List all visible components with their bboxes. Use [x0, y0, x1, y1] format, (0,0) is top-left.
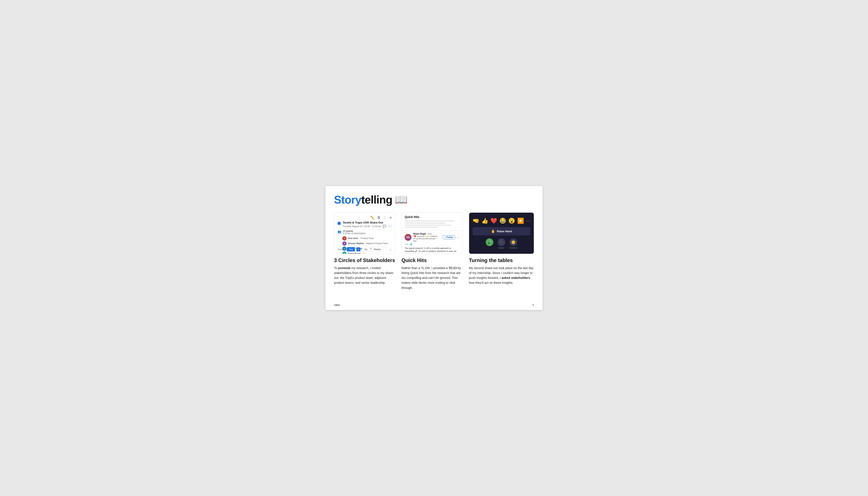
maybe-button[interactable]: Maybe — [372, 247, 383, 252]
zoom-card: 🤜 👍 ❤️ 😂 😮 ▶️ — ✋ Raise Hand — [469, 213, 534, 254]
col1-text: 3 Circles of Stakeholders To promote my … — [334, 257, 396, 285]
zoom-record-icon[interactable]: ⚫ — [498, 238, 505, 246]
gcal-contact-actions: 💬 ✉️ — [383, 224, 392, 228]
chat-icon[interactable]: 💬 — [383, 224, 386, 228]
attendee-name-kiran: Kiran Arshi — [348, 237, 358, 239]
event-title: Tenets & Traps UXR Share-Out — [343, 221, 383, 224]
blur-line-2 — [405, 222, 446, 224]
post-degree: · 2nd — [427, 232, 432, 235]
gcal-footer: Going? Yes ▾ No Maybe ⌄ — [338, 247, 392, 252]
linkedin-card: Quick Hits NS N — [402, 213, 463, 254]
title-telling: telling — [361, 193, 392, 206]
column-3: 🤜 👍 ❤️ 😂 😮 ▶️ — ✋ Raise Hand — [469, 213, 534, 290]
avatar-kiran: K — [342, 236, 347, 241]
title-emoji: 📖 — [395, 194, 408, 206]
zoom-reactions-label: Reactions — [510, 247, 517, 249]
post-content: The typical research TL;DR is a terrible… — [405, 247, 460, 254]
blur-line-3 — [405, 224, 451, 226]
post-time: 2mo · 🌐 — [405, 243, 460, 246]
event-color-indicator — [338, 222, 341, 225]
col3-body: My second share-out took place on the la… — [469, 266, 534, 285]
post-author-name: Noam Segal · 2nd — [413, 232, 440, 235]
yes-dropdown-button[interactable]: ▾ — [357, 247, 360, 251]
attendee-name-rohan: Rohan Barad — [348, 252, 360, 254]
post-meta: Noam Segal · 2nd I❤️ research +👆+ helpin… — [413, 232, 440, 242]
raise-hand-label: Raise Hand — [497, 230, 512, 233]
emoji-wow: 😮 — [508, 218, 515, 224]
close-icon[interactable]: ✕ — [389, 216, 392, 220]
guests-sub: 3 circles of stakeholders — [343, 232, 366, 235]
col2-body: Rather than a TL;DR, I provided a TC;CI … — [401, 266, 463, 290]
zoom-action-record: ⚫ Record — [498, 238, 505, 249]
avatar-shravan: S — [342, 242, 347, 246]
footer-page: 9 — [532, 303, 534, 307]
gcal-toolbar: ✏️ 🗑 ⋮ ✕ — [338, 216, 392, 220]
slide-footer: Uber 9 — [334, 303, 534, 307]
emoji-laugh: 😂 — [499, 218, 506, 224]
emoji-fist: 🤜 — [472, 218, 479, 224]
column-2: Quick Hits NS N — [401, 213, 463, 290]
linkedin-screenshot: Quick Hits NS N — [401, 213, 463, 254]
attendee-row: K Kiran Arshi - Product Team — [342, 236, 392, 241]
col2-text: Quick Hits Rather than a TL;DR, I provid… — [401, 257, 463, 290]
post-avatar: NS — [405, 234, 412, 241]
follow-button[interactable]: + Follow — [442, 235, 455, 239]
zoom-action-mute: 🎤 ... — [486, 238, 493, 249]
post-header: NS Noam Segal · 2nd I❤️ research +👆+ hel… — [405, 232, 460, 242]
more-icon[interactable]: ⋮ — [383, 216, 387, 220]
more-options-icon[interactable]: ··· — [457, 236, 460, 239]
col1-body: To promote my research, I invited stakeh… — [334, 266, 396, 285]
linkedin-post: NS Noam Segal · 2nd I❤️ research +👆+ hel… — [402, 231, 463, 254]
attendee-role-kiran: - Product Team — [359, 237, 374, 239]
delete-icon[interactable]: 🗑 — [377, 216, 381, 220]
col2-heading: Quick Hits — [401, 257, 463, 264]
emoji-heart: ❤️ — [491, 218, 497, 224]
emoji-dash: — — [526, 218, 530, 223]
col1-heading: 3 Circles of Stakeholders — [334, 257, 396, 264]
zoom-screenshot: 🤜 👍 ❤️ 😂 😮 ▶️ — ✋ Raise Hand — [469, 213, 534, 254]
blur-line-4 — [405, 227, 438, 228]
col3-text: Turning the tables My second share-out t… — [469, 257, 534, 285]
column-1: ✏️ 🗑 ⋮ ✕ Tenets & Traps UXR Share-Out Tu… — [334, 213, 396, 290]
slide-title: Storytelling 📖 — [334, 194, 534, 206]
raise-hand-button[interactable]: ✋ Raise Hand — [472, 227, 530, 235]
gcal-guests: 👥 22 guests 3 circles of stakeholders 💬 … — [338, 230, 392, 235]
emoji-play: ▶️ — [517, 218, 524, 224]
edit-icon[interactable]: ✏️ — [370, 216, 375, 220]
rohan-row: R Rohan Barad 🌙 — [342, 252, 392, 254]
blur-lines — [405, 220, 460, 228]
event-time: Tuesday, August 22 • 10:30 - 11:30 am — [343, 225, 383, 228]
email-icon[interactable]: ✉️ — [388, 224, 392, 228]
expand-icon[interactable]: ⌄ — [389, 248, 392, 251]
gcal-screenshot: ✏️ 🗑 ⋮ ✕ Tenets & Traps UXR Share-Out Tu… — [334, 213, 396, 254]
guests-count: 22 guests — [343, 230, 366, 232]
avatar-rohan: R — [342, 252, 347, 254]
moon-emoji: 🌙 — [361, 252, 365, 254]
attendee-row: S Shravan Majithia - Adjacent Product Te… — [342, 242, 392, 246]
guests-icon: 👥 — [338, 230, 341, 233]
yes-button[interactable]: Yes — [347, 247, 355, 251]
attendee-name-shravan: Shravan Majithia — [348, 242, 364, 245]
linkedin-post-title: Quick Hits — [405, 215, 460, 219]
zoom-mute-icon[interactable]: 🎤 — [486, 238, 493, 246]
gcal-card: ✏️ 🗑 ⋮ ✕ Tenets & Traps UXR Share-Out Tu… — [334, 213, 395, 254]
footer-brand: Uber — [334, 303, 340, 307]
going-label: Going? — [338, 248, 345, 250]
slide: Storytelling 📖 ✏️ 🗑 ⋮ ✕ — [325, 186, 543, 310]
zoom-action-reactions: 😊 Reactions — [510, 238, 517, 249]
zoom-record-label: Record — [499, 247, 504, 249]
col3-heading: Turning the tables — [469, 257, 534, 264]
zoom-reactions-icon[interactable]: 😊 — [510, 238, 517, 246]
title-story: Story — [334, 193, 361, 206]
no-button[interactable]: No — [362, 247, 370, 252]
attendee-role-shravan: - Adjacent Product Team — [365, 242, 388, 245]
emoji-thumbsup: 👍 — [481, 218, 488, 224]
columns: ✏️ 🗑 ⋮ ✕ Tenets & Traps UXR Share-Out Tu… — [334, 213, 534, 290]
post-tagline: I❤️ research +👆+ helping UX professional… — [413, 235, 440, 242]
linkedin-header: Quick Hits — [402, 213, 463, 231]
zoom-mute-label: ... — [489, 247, 491, 249]
raise-hand-icon: ✋ — [491, 229, 495, 233]
emoji-reactions: 🤜 👍 ❤️ 😂 😮 ▶️ — — [472, 218, 530, 224]
blur-line-1 — [405, 220, 454, 222]
zoom-bottom-actions: 🎤 ... ⚫ Record 😊 Reactions — [472, 238, 530, 249]
